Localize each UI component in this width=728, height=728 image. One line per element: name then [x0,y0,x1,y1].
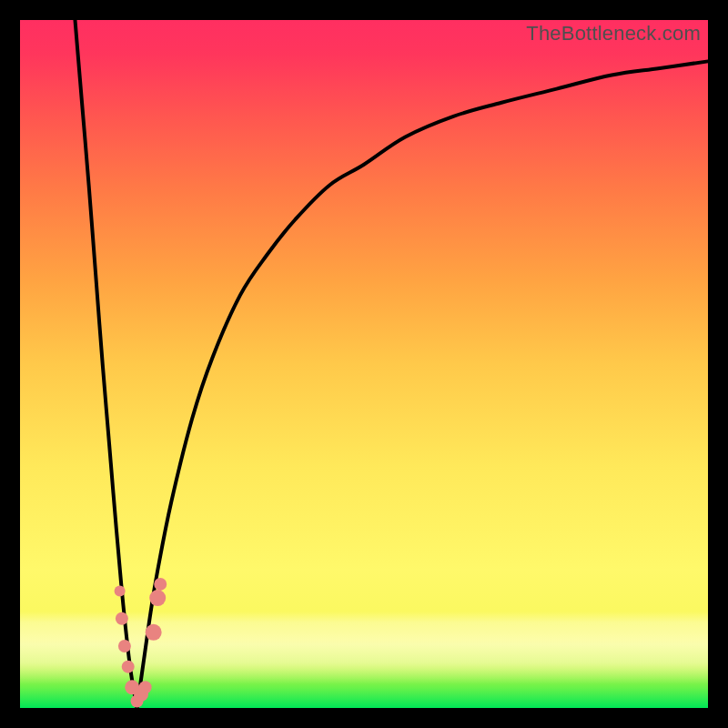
data-dot [116,612,128,625]
data-dot [149,590,166,606]
data-dots [115,578,167,708]
chart-plot-area: TheBottleneck.com [20,20,708,708]
data-dot [154,578,167,591]
data-dot [139,681,152,693]
data-dot [115,585,126,596]
curve-left-branch [75,20,136,708]
data-dot [134,687,148,702]
data-dot [146,624,162,641]
chart-frame: TheBottleneck.com [0,0,728,728]
watermark-text: TheBottleneck.com [526,22,701,46]
data-dot [125,680,139,694]
data-dot [122,661,135,673]
curve-right-branch [137,61,708,708]
data-dot [131,694,144,707]
highlight-band [20,612,708,684]
data-dot [118,640,131,652]
chart-curves [20,20,708,708]
